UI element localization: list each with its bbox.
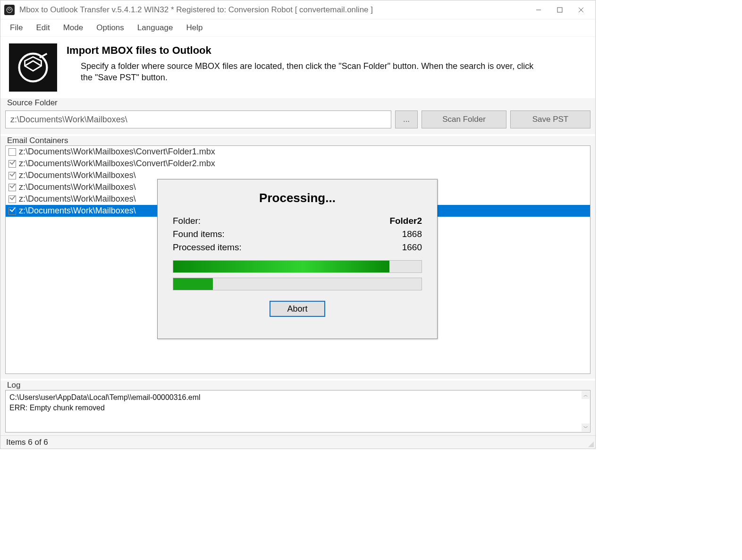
dialog-found-value: 1868 <box>402 229 422 239</box>
menu-mode[interactable]: Mode <box>57 21 90 34</box>
scan-folder-button[interactable]: Scan Folder <box>422 110 506 128</box>
dialog-processed-value: 1660 <box>402 242 422 253</box>
log-label: Log <box>0 381 595 390</box>
header-description: Specify a folder where source MBOX files… <box>67 60 543 84</box>
checkbox[interactable] <box>8 195 16 203</box>
menu-language[interactable]: Language <box>131 21 180 34</box>
checkbox[interactable] <box>8 172 16 179</box>
statusbar: Items 6 of 6 <box>0 435 595 449</box>
window-title: Mbox to Outlook Transfer v.5.4.1.2 WIN32… <box>19 5 528 15</box>
log-section: C:\Users\user\AppData\Local\Temp\\email-… <box>0 390 595 435</box>
list-item-path: z:\Documents\Work\Mailboxes\ <box>19 182 136 192</box>
checkbox[interactable] <box>8 184 16 191</box>
menu-edit[interactable]: Edit <box>29 21 56 34</box>
log-line: C:\Users\user\AppData\Local\Temp\\email-… <box>9 392 581 403</box>
scroll-up-icon[interactable]: ︿ <box>582 391 590 399</box>
browse-button[interactable]: ... <box>395 110 418 128</box>
list-item-path: z:\Documents\Work\Mailboxes\ <box>19 170 136 180</box>
svg-rect-2 <box>557 8 562 12</box>
close-button[interactable] <box>570 3 591 17</box>
abort-button[interactable]: Abort <box>270 301 325 317</box>
progress-bar-primary <box>173 260 422 273</box>
menu-options[interactable]: Options <box>90 21 131 34</box>
list-item-path: z:\Documents\Work\Mailboxes\Convert\Fold… <box>19 147 215 157</box>
log-line: ERR: Empty chunk removed <box>9 403 581 413</box>
list-item[interactable]: z:\Documents\Work\Mailboxes\Convert\Fold… <box>6 146 590 158</box>
minimize-button[interactable] <box>528 3 549 17</box>
list-item-path: z:\Documents\Work\Mailboxes\Convert\Fold… <box>19 159 215 169</box>
app-titlebar-icon <box>4 5 15 15</box>
status-text: Items 6 of 6 <box>6 438 48 447</box>
checkbox[interactable] <box>8 148 16 156</box>
list-item-path: z:\Documents\Work\Mailboxes\ <box>19 206 136 216</box>
maximize-button[interactable] <box>549 3 570 17</box>
header-title: Import MBOX files to Outlook <box>67 44 589 57</box>
dialog-folder-label: Folder: <box>173 216 201 226</box>
list-item[interactable]: z:\Documents\Work\Mailboxes\Convert\Fold… <box>6 158 590 170</box>
svg-point-0 <box>7 7 12 13</box>
save-pst-button[interactable]: Save PST <box>510 110 590 128</box>
log-textarea[interactable]: C:\Users\user\AppData\Local\Temp\\email-… <box>5 390 590 433</box>
titlebar: Mbox to Outlook Transfer v.5.4.1.2 WIN32… <box>0 0 595 19</box>
email-containers-label: Email Containers <box>0 136 595 145</box>
progress-fill <box>173 278 213 290</box>
dialog-processed-label: Processed items: <box>173 242 242 253</box>
header-panel: Import MBOX files to Outlook Specify a f… <box>0 37 595 96</box>
processing-dialog: Processing... Folder: Folder2 Found item… <box>157 179 438 339</box>
scroll-down-icon[interactable]: ﹀ <box>582 424 590 432</box>
source-folder-label: Source Folder <box>0 98 595 108</box>
app-logo-icon <box>9 43 57 92</box>
menubar: File Edit Mode Options Language Help <box>0 19 595 37</box>
source-folder-section: ... Scan Folder Save PST <box>0 108 595 134</box>
menu-help[interactable]: Help <box>179 21 209 34</box>
source-path-input[interactable] <box>5 110 391 128</box>
progress-bar-secondary <box>173 278 422 290</box>
dialog-title: Processing... <box>173 191 422 205</box>
checkbox[interactable] <box>8 207 16 215</box>
list-item-path: z:\Documents\Work\Mailboxes\ <box>19 194 136 204</box>
window-controls <box>528 3 591 17</box>
progress-fill <box>173 261 389 272</box>
dialog-folder-value: Folder2 <box>389 216 422 226</box>
resize-grip-icon[interactable] <box>587 441 594 447</box>
header-text: Import MBOX files to Outlook Specify a f… <box>67 43 589 92</box>
menu-file[interactable]: File <box>3 21 29 34</box>
checkbox[interactable] <box>8 160 16 168</box>
svg-point-5 <box>19 54 47 82</box>
dialog-found-label: Found items: <box>173 229 225 239</box>
